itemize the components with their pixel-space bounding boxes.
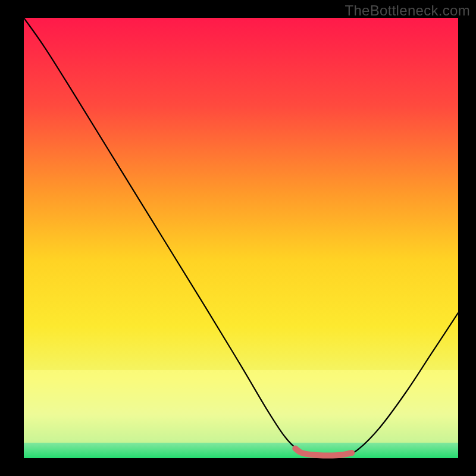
watermark-text: TheBottleneck.com	[345, 2, 470, 19]
chart-svg	[0, 0, 476, 476]
chart-frame: TheBottleneck.com	[0, 0, 476, 476]
yellow-highlight-band	[24, 370, 458, 443]
